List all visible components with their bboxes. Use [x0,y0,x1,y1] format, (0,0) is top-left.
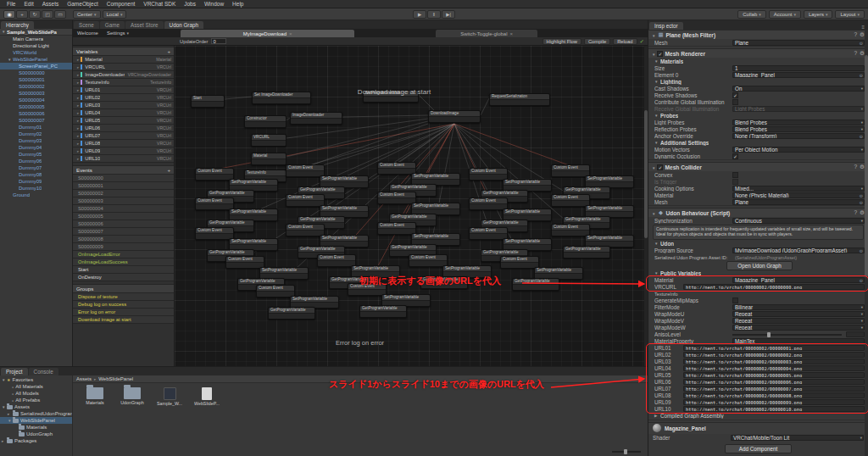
move-tool-icon[interactable]: + [16,10,28,19]
checkbox[interactable]: ✓ [732,153,738,159]
hierarchy-item[interactable]: Dummy10 [0,185,72,192]
help-icon[interactable]: ? [854,50,857,57]
collab-button[interactable]: Collab [737,10,766,19]
foldout-icon[interactable]: ▼ [654,271,660,275]
event-item[interactable]: S00000005 [73,213,174,220]
graph-node[interactable]: VRCURL [251,134,287,147]
checkbox[interactable] [732,172,738,178]
hierarchy-item[interactable]: S00000002 [0,83,72,90]
hierarchy-item[interactable]: S00000003 [0,90,72,97]
graph-node[interactable]: Custom Event [195,197,234,210]
settings-button[interactable]: Settings [103,30,133,37]
events-header[interactable]: Events [73,165,174,175]
field-value[interactable]: MainTex [732,338,865,344]
tab-project[interactable]: Project [1,368,28,375]
menu-item[interactable]: File [3,1,19,7]
menu-item[interactable]: Help [228,1,248,7]
hierarchy-item[interactable]: S00000001 [0,76,72,83]
variable-item[interactable]: URL09 VRCUrl [73,147,174,155]
graph-node[interactable]: Custom Event [286,224,325,236]
event-item[interactable]: OnImageLoadError [73,251,174,259]
dropdown[interactable]: Per Object Motion [732,147,865,153]
menu-item[interactable]: GameObject [63,1,103,7]
graph-node[interactable]: Custom Event [500,256,539,269]
group-item[interactable]: Error log on error [73,309,174,316]
project-tree-item[interactable]: UdonGraph [0,431,72,437]
menu-item[interactable]: Edit [19,1,37,7]
material-preview-header[interactable]: Magazine_Panel [648,422,868,434]
foldout-icon[interactable] [652,164,655,170]
graph-node[interactable]: Custom Event [551,164,590,177]
hierarchy-item[interactable]: Main Camera [0,36,72,42]
help-icon[interactable]: ? [854,164,857,170]
variable-item[interactable]: URL02 VRCUrl [73,94,174,102]
open-udon-graph-button[interactable]: Open Udon Graph [726,261,792,270]
menu-item[interactable]: Component [103,1,140,7]
graph-node[interactable]: Custom Event [551,194,590,207]
favorite-item[interactable]: All Materials [0,383,72,390]
inspector-scrollbar[interactable] [865,30,868,456]
step-button[interactable]: ▶| [442,10,455,19]
favorites-header[interactable]: ▼ Favorites [0,376,72,383]
groups-header[interactable]: Groups [73,284,174,293]
hierarchy-item[interactable]: Dummy08 [0,171,72,178]
checkbox[interactable] [732,99,738,105]
group-item[interactable]: Debug log on success [73,301,174,309]
hierarchy-item[interactable]: S00000004 [0,97,72,103]
event-item[interactable]: S00000009 [73,243,174,251]
dropdown[interactable]: Blend Probes [732,120,865,125]
hierarchy-item[interactable]: VRCWorld [0,49,72,56]
dropdown[interactable]: Blend Probes [732,126,865,132]
favorite-item[interactable]: All Prefabs [0,397,72,403]
graph-node[interactable]: Custom Event [256,285,295,298]
rect-tool-icon[interactable]: ▭ [54,10,66,19]
hierarchy-item[interactable]: ▼ Sample_WebSlidePa [0,29,72,36]
enabled-checkbox[interactable] [657,164,663,170]
graph-node[interactable]: Material [251,153,287,165]
event-item[interactable]: S00000000 [73,175,174,182]
project-asset[interactable]: Materials [80,387,110,406]
hand-tool-icon[interactable]: ◉ [3,10,15,19]
foldout-icon[interactable]: ▼ [654,114,660,118]
hierarchy-item[interactable]: S00000005 [0,103,72,110]
slider-value[interactable] [846,331,865,337]
hierarchy-item[interactable]: Dummy09 [0,178,72,185]
variable-item[interactable]: URL05 VRCUrl [73,117,174,125]
tab-asset-store[interactable]: Asset Store [125,21,164,29]
tab-inspector[interactable]: Insp ector [649,22,683,30]
object-field[interactable]: Plane [732,40,865,46]
graph-tab[interactable]: Switch-Toggle-global × [436,30,537,37]
variable-item[interactable]: URL01 VRCUrl [73,86,174,94]
hierarchy-item[interactable]: Dummy03 [0,137,72,144]
graph-node[interactable]: Custom Event [469,197,508,210]
layout-button[interactable]: Layout [835,10,865,19]
graph-node[interactable]: Constructor [244,115,287,128]
field-value[interactable]: 1 [732,65,865,71]
url-field[interactable]: http://nent.jp/vrchat/00000002/00000010.… [683,406,865,412]
project-asset[interactable]: WebSlideP... [192,387,222,406]
variable-item[interactable]: URL06 VRCUrl [73,125,174,132]
graph-node[interactable]: Custom Event [409,254,448,267]
graph-node[interactable]: ImageDownloader [290,112,342,125]
graph-node[interactable]: Custom Event [469,168,508,181]
url-field[interactable]: http://nent.jp/vrchat/00000002/00000001.… [683,345,865,351]
pivot-toggle-button[interactable]: Center [73,10,101,19]
event-item[interactable]: S00000002 [73,190,174,197]
tab-scene[interactable]: Scene [74,21,99,29]
help-icon[interactable]: ? [854,209,857,216]
object-field[interactable]: Magazine_Panel [732,72,865,78]
hierarchy-item[interactable]: Directional Light [0,42,72,49]
url-field[interactable]: http://nent.jp/vrchat/00000002/00000006.… [683,379,865,385]
project-asset[interactable]: UdonGraph [117,387,147,406]
play-button[interactable]: ▶ [413,10,426,19]
rotate-tool-icon[interactable]: ↻ [29,10,41,19]
favorite-item[interactable]: All Models [0,390,72,397]
tab-hierarchy[interactable]: Hierarchy [1,21,34,29]
hierarchy-item[interactable]: Dummy04 [0,144,72,151]
variable-item[interactable]: URL10 VRCUrl [73,155,174,163]
variable-item[interactable]: Material Material [73,56,174,64]
layers-button[interactable]: Layers [804,10,833,19]
foldout-icon[interactable] [652,210,655,216]
graph-node[interactable]: Custom Event [286,164,325,177]
graph-node[interactable]: Custom Event [377,162,416,175]
